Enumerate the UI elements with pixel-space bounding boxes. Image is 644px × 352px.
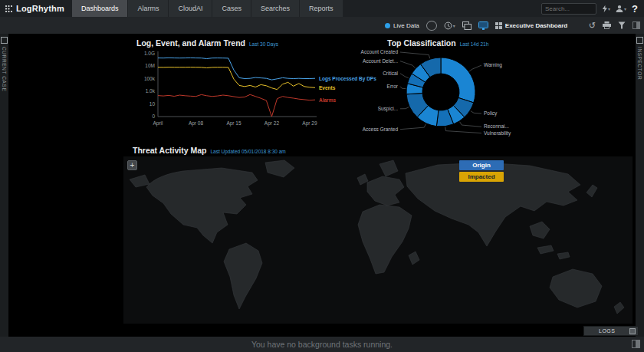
- nav-right-controls: ▾ ▾ ?: [541, 0, 644, 17]
- label-leader-line: [400, 107, 409, 109]
- live-data-indicator-icon: [385, 23, 390, 28]
- logs-panel-bar[interactable]: LOGS: [583, 326, 639, 336]
- tab-cloudai[interactable]: CloudAI: [169, 0, 212, 17]
- tasks-panel-toggle-icon[interactable]: [632, 340, 640, 348]
- legend-impacted-button[interactable]: Impacted: [459, 172, 504, 182]
- user-icon: [616, 5, 623, 12]
- inspector-label: INSPECTOR: [637, 47, 642, 80]
- printer-icon: [603, 21, 611, 29]
- series-line: [158, 94, 315, 117]
- classification-title-text: Top Classification: [387, 38, 456, 48]
- help-button[interactable]: ?: [632, 4, 638, 14]
- pause-button[interactable]: [426, 21, 437, 31]
- label-leader-line: [400, 61, 415, 68]
- donut-slice-label: Warning: [484, 62, 502, 68]
- label-leader-line: [460, 122, 481, 127]
- x-tick-label: Apr 15: [226, 120, 242, 127]
- dashboard-toolbar: Live Data ▾: [0, 17, 644, 35]
- continents: [130, 160, 624, 314]
- user-menu-button[interactable]: ▾: [616, 5, 626, 12]
- x-tick-label: Apr 22: [264, 120, 280, 127]
- clock-icon: [444, 21, 452, 30]
- classification-panel-title: Top ClassificationLast 14d 21h: [387, 38, 617, 48]
- map-zoom-in-button[interactable]: +: [127, 160, 137, 170]
- filter-funnel-icon: [618, 21, 626, 29]
- series-label: Events: [319, 85, 336, 90]
- reset-icon: ↺: [589, 21, 596, 30]
- dashboard-name: Executive Dashboard: [505, 22, 567, 29]
- inspector-strip[interactable]: INSPECTOR: [636, 34, 644, 337]
- tab-dashboards[interactable]: Dashboards: [72, 0, 129, 17]
- background-tasks-message: You have no background tasks running.: [251, 340, 393, 349]
- label-leader-line: [400, 74, 409, 78]
- inspector-icon: [636, 37, 643, 44]
- tab-searches[interactable]: Searches: [251, 0, 300, 17]
- y-tick-label: 10: [150, 101, 156, 107]
- donut-slice-label: Error: [387, 84, 399, 89]
- quick-actions-button[interactable]: ▾: [602, 5, 610, 13]
- trend-title-text: Log, Event, and Alarm Trend: [136, 38, 245, 48]
- donut-slice-label: Account Delet...: [363, 58, 398, 64]
- main-tabs: Dashboards Alarms CloudAI Cases Searches…: [72, 0, 343, 17]
- current-case-strip[interactable]: CURRENT CASE: [0, 34, 8, 337]
- display-view-button[interactable]: [478, 21, 488, 30]
- label-leader-line: [445, 127, 481, 133]
- tab-cases[interactable]: Cases: [212, 0, 251, 17]
- trend-subtitle: Last 30 Days: [249, 41, 278, 47]
- label-leader-line: [469, 65, 481, 71]
- filter-button[interactable]: [618, 21, 626, 29]
- carousel-icon: [462, 21, 472, 30]
- caret-down-icon: ▾: [608, 6, 610, 12]
- donut-slice[interactable]: [441, 58, 475, 103]
- world-map[interactable]: + Origin Impacted: [123, 156, 632, 324]
- threat-map-panel: Threat Activity MapLast Updated 05/01/20…: [123, 146, 636, 324]
- logrhythm-dashboard: LogRhythm Dashboards Alarms CloudAI Case…: [0, 0, 644, 352]
- y-tick-label: 0: [152, 113, 155, 119]
- tab-alarms[interactable]: Alarms: [128, 0, 169, 17]
- x-tick-label: April: [153, 120, 163, 127]
- search-input[interactable]: [541, 3, 596, 15]
- monitor-active-icon: [478, 21, 488, 30]
- logo-dots-icon: [5, 5, 13, 13]
- logs-expand-icon[interactable]: [629, 328, 636, 334]
- x-tick-label: Apr 29: [302, 120, 317, 127]
- inspector-toggle-icon[interactable]: [632, 21, 640, 29]
- time-range-button[interactable]: ▾: [444, 21, 455, 30]
- lightning-icon: [602, 5, 607, 13]
- reset-button[interactable]: ↺: [589, 21, 596, 30]
- map-title-text: Threat Activity Map: [133, 146, 206, 155]
- live-data-toggle[interactable]: Live Data: [385, 22, 419, 29]
- toolbar-center: Live Data ▾: [385, 17, 567, 34]
- tab-reports[interactable]: Reports: [300, 0, 343, 17]
- classification-donut-chart: WarningPolicyReconnai...VulnerabilityAcc…: [346, 48, 576, 146]
- caret-down-icon: ▾: [453, 23, 455, 28]
- carousel-button[interactable]: [462, 21, 472, 30]
- donut-slice-label: Vulnerability: [484, 130, 511, 137]
- live-data-label: Live Data: [393, 22, 419, 29]
- toolbar-right: ↺: [589, 17, 640, 34]
- case-icon: [1, 37, 8, 44]
- classification-panel: Top ClassificationLast 14d 21h WarningPo…: [387, 38, 617, 146]
- y-tick-label: 1.0k: [146, 88, 156, 94]
- series-label: Alarms: [319, 97, 336, 103]
- dashboard-content: Log, Event, and Alarm TrendLast 30 Days …: [8, 34, 636, 337]
- y-tick-label: 1.0G: [144, 51, 155, 56]
- donut-slice-label: Access Granted: [363, 127, 399, 132]
- top-nav: LogRhythm Dashboards Alarms CloudAI Case…: [0, 0, 644, 17]
- x-tick-label: Apr 08: [189, 120, 204, 127]
- y-tick-label: 100k: [144, 76, 156, 81]
- legend-origin-button[interactable]: Origin: [459, 160, 504, 170]
- world-map-svg: [123, 156, 632, 324]
- map-subtitle: Last Updated 05/01/2018 8:30 am: [210, 149, 285, 154]
- map-panel-title: Threat Activity MapLast Updated 05/01/20…: [123, 146, 636, 155]
- dashboard-selector[interactable]: Executive Dashboard: [495, 22, 567, 29]
- logrhythm-logo: LogRhythm: [0, 0, 72, 17]
- app-title: LogRhythm: [16, 4, 64, 13]
- classification-subtitle: Last 14d 21h: [460, 41, 489, 47]
- donut-slice-label: Policy: [484, 110, 498, 117]
- map-legend: Origin Impacted: [459, 160, 504, 182]
- donut-slice-label: Reconnai...: [484, 123, 509, 129]
- label-leader-line: [471, 111, 481, 113]
- print-button[interactable]: [603, 21, 611, 29]
- donut-slice-label: Account Created: [361, 49, 399, 54]
